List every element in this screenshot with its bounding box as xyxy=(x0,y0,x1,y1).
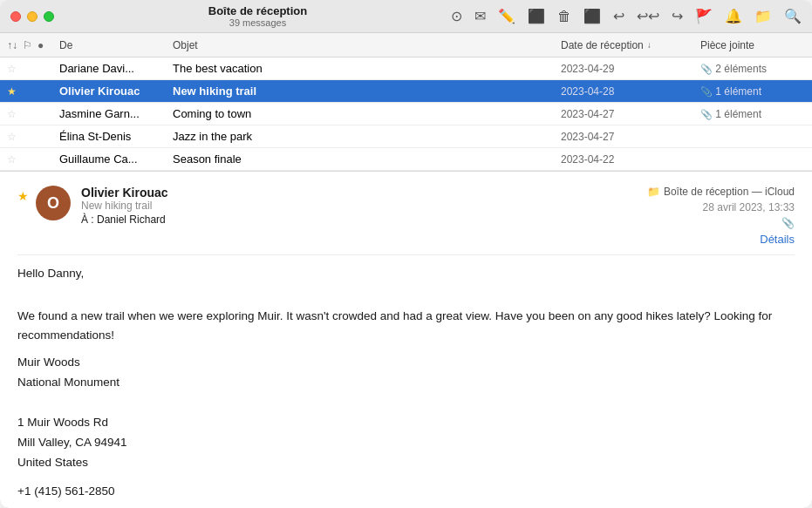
folder-badge: 📁 Boîte de réception — iCloud xyxy=(647,186,795,198)
flag-icon[interactable]: 🚩 xyxy=(695,8,713,24)
folder-icon: 📁 xyxy=(647,186,660,198)
table-row[interactable]: ☆ Dariane Davi... The best vacation 2023… xyxy=(0,58,812,80)
detail-star-icon[interactable]: ★ xyxy=(17,189,29,203)
mail-window: Boîte de réception 39 messages ⊙ ✉ ✏️ ⬛ … xyxy=(0,0,812,508)
star-icon[interactable]: ☆ xyxy=(7,108,17,120)
address-line5: Mill Valley, CA 94941 xyxy=(17,433,795,453)
flag-header-icon: ⚐ xyxy=(23,39,32,51)
main-layout: ↑↓ ⚐ ● De Objet Date de réception ↓ Pièc… xyxy=(0,33,812,508)
window-title-main: Boîte de réception xyxy=(65,4,451,17)
sender-name: Dariane Davi... xyxy=(59,62,173,75)
detail-meta: 📁 Boîte de réception — iCloud 28 avril 2… xyxy=(647,186,795,246)
row-icons: ☆ xyxy=(7,153,59,166)
table-row[interactable]: ★ Olivier Kirouac New hiking trail 2023-… xyxy=(0,80,812,103)
close-button[interactable] xyxy=(10,11,21,22)
row-icons: ☆ xyxy=(7,63,59,75)
email-subject: Jazz in the park xyxy=(173,130,561,143)
email-date: 2023-04-27 xyxy=(561,131,700,143)
email-date: 2023-04-29 xyxy=(561,63,700,75)
body-greeting: Hello Danny, xyxy=(17,264,795,283)
detail-subject: New hiking trail xyxy=(81,200,647,212)
sender-name: Olivier Kirouac xyxy=(59,85,173,98)
window-title-sub: 39 messages xyxy=(65,17,451,28)
left-panel: ↑↓ ⚐ ● De Objet Date de réception ↓ Pièc… xyxy=(0,33,812,508)
filter-icon[interactable]: ⊙ xyxy=(451,8,462,24)
address-line1: Muir Woods xyxy=(17,353,795,373)
sender-name: Jasmine Garn... xyxy=(59,107,173,120)
archive-icon[interactable]: ⬛ xyxy=(528,8,545,24)
reply-all-icon[interactable]: ↩↩ xyxy=(637,8,659,24)
detail-to: À : Daniel Richard xyxy=(81,213,647,226)
avatar: O xyxy=(36,186,71,220)
from-column-header[interactable]: De xyxy=(59,39,173,51)
details-link[interactable]: Détails xyxy=(760,233,795,246)
attachment-column-header[interactable]: Pièce jointe xyxy=(700,39,805,51)
star-icon[interactable]: ☆ xyxy=(7,63,17,75)
table-row[interactable]: ☆ Guillaume Ca... Season finale 2023-04-… xyxy=(0,148,812,171)
detail-sender-name: Olivier Kirouac xyxy=(81,186,647,200)
row-icons: ★ xyxy=(7,85,59,98)
attachment-badge: 📎 1 élément xyxy=(700,85,805,98)
maximize-button[interactable] xyxy=(44,11,54,22)
row-icons: ☆ xyxy=(7,131,59,143)
date-sort-arrow: ↓ xyxy=(647,40,652,50)
phone-number: +1 (415) 561-2850 xyxy=(17,482,795,501)
subject-column-header[interactable]: Objet xyxy=(173,39,561,51)
address-line2: National Monument xyxy=(17,373,795,393)
email-subject: Coming to town xyxy=(173,107,561,120)
email-subject: Season finale xyxy=(173,152,561,166)
sender-info: Olivier Kirouac New hiking trail À : Dan… xyxy=(81,186,647,226)
list-header: ↑↓ ⚐ ● De Objet Date de réception ↓ Pièc… xyxy=(0,33,812,58)
address-block: Muir Woods National Monument 1 Muir Wood… xyxy=(17,353,795,473)
email-subject: New hiking trail xyxy=(173,85,561,98)
star-icon[interactable]: ☆ xyxy=(7,153,17,166)
date-column-header[interactable]: Date de réception ↓ xyxy=(561,39,700,51)
email-detail: ★ O Olivier Kirouac New hiking trail À :… xyxy=(0,171,812,508)
read-header-icon: ● xyxy=(38,39,44,51)
sort-icon[interactable]: ↑↓ xyxy=(7,39,17,51)
address-line4: 1 Muir Woods Rd xyxy=(17,413,795,433)
forward-icon[interactable]: ↪ xyxy=(672,8,683,24)
notification-icon[interactable]: 🔔 xyxy=(725,8,742,24)
address-line6: United States xyxy=(17,453,795,473)
window-title: Boîte de réception 39 messages xyxy=(65,4,451,28)
detail-date: 28 avril 2023, 13:33 xyxy=(703,201,795,213)
attachment-badge: 📎 1 élément xyxy=(700,108,805,120)
table-row[interactable]: ☆ Jasmine Garn... Coming to town 2023-04… xyxy=(0,103,812,125)
folder-icon[interactable]: 📁 xyxy=(754,8,772,24)
table-row[interactable]: ☆ Élina St-Denis Jazz in the park 2023-0… xyxy=(0,125,812,148)
star-icon[interactable]: ★ xyxy=(7,85,17,98)
traffic-lights xyxy=(10,11,54,22)
toolbar-icons: ⊙ ✉ ✏️ ⬛ 🗑 ⬛ ↩ ↩↩ ↪ 🚩 🔔 📁 🔍 xyxy=(451,8,802,24)
minimize-button[interactable] xyxy=(27,11,38,22)
attachment-badge: 📎 2 éléments xyxy=(700,63,805,75)
detail-header: ★ O Olivier Kirouac New hiking trail À :… xyxy=(17,186,795,246)
divider xyxy=(17,254,795,255)
star-icon[interactable]: ☆ xyxy=(7,131,17,143)
reply-icon[interactable]: ↩ xyxy=(613,8,624,24)
email-date: 2023-04-27 xyxy=(561,108,700,120)
row-icons: ☆ xyxy=(7,108,59,120)
new-message-icon[interactable]: ✏️ xyxy=(498,8,515,24)
sender-name: Guillaume Ca... xyxy=(59,152,173,166)
sender-name: Élina St-Denis xyxy=(59,130,173,143)
body-paragraph1: We found a new trail when we were explor… xyxy=(17,307,795,344)
email-date: 2023-04-22 xyxy=(561,153,700,166)
sort-controls[interactable]: ↑↓ ⚐ ● xyxy=(7,39,59,51)
titlebar: Boîte de réception 39 messages ⊙ ✉ ✏️ ⬛ … xyxy=(0,0,812,33)
email-body: Hello Danny, We found a new trail when w… xyxy=(17,264,795,508)
email-subject: The best vacation xyxy=(173,62,561,75)
email-list: ☆ Dariane Davi... The best vacation 2023… xyxy=(0,58,812,171)
junk-icon[interactable]: ⬛ xyxy=(583,8,601,24)
email-date: 2023-04-28 xyxy=(561,85,700,98)
search-icon[interactable]: 🔍 xyxy=(784,8,802,24)
paperclip-detail-icon: 📎 xyxy=(781,217,795,229)
compose-icon[interactable]: ✉ xyxy=(474,8,486,24)
delete-icon[interactable]: 🗑 xyxy=(557,9,571,24)
